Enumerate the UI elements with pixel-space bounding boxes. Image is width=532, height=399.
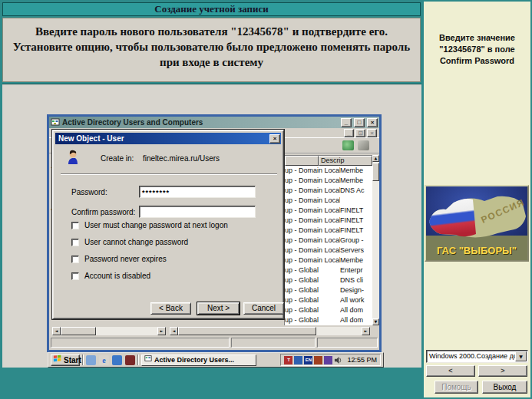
help-button: Помощь <box>435 381 478 394</box>
table-row[interactable]: up - Domain LocalFINELT <box>285 226 372 236</box>
scrollbar-thumb[interactable] <box>61 327 96 335</box>
confirm-password-label: Confirm password: <box>71 208 135 217</box>
cancel-button[interactable]: Cancel <box>243 302 284 315</box>
volume-icon[interactable] <box>334 356 342 364</box>
table-row[interactable]: up - Domain LocalGroup - <box>285 236 372 246</box>
training-app-window: Создание учетной записи Введите пароль н… <box>0 0 532 399</box>
tray-icons: ТEN <box>284 356 342 364</box>
previous-step-button[interactable]: < <box>426 365 475 377</box>
checkbox-label: Account is disabled <box>84 272 150 281</box>
group-type-cell: up - Global <box>285 305 340 315</box>
lesson-select[interactable]: Windows 2000.Создание дом ▼ <box>426 350 528 363</box>
agent-icon[interactable] <box>324 356 332 364</box>
table-row[interactable]: up - Domain LocalMembe <box>285 256 372 265</box>
window-titlebar[interactable]: Active Directory Users and Computers _ □… <box>49 117 379 128</box>
table-row[interactable]: up - Domain LocalServers <box>285 246 372 256</box>
scroll-left-icon[interactable]: ◄ <box>170 327 178 335</box>
maximize-button[interactable]: □ <box>354 118 365 127</box>
checkbox-row: User cannot change password <box>71 238 188 247</box>
child-minimize-button[interactable]: _ <box>344 129 354 137</box>
table-row[interactable]: up - GlobalDNS cli <box>285 275 372 285</box>
scroll-down-icon[interactable]: ▼ <box>372 318 379 325</box>
table-row[interactable]: up - Domain Local <box>285 196 372 206</box>
next-button[interactable]: Next > <box>197 302 240 315</box>
description-cell: All work <box>340 295 372 305</box>
description-cell: FINELT <box>340 206 372 216</box>
group-type-cell: up - Domain Local <box>285 176 340 186</box>
checkbox[interactable] <box>71 222 79 229</box>
table-row[interactable]: up - GlobalEnterpr <box>285 265 372 275</box>
active-directory-task-button[interactable]: Active Directory Users... <box>141 354 256 366</box>
status-cell <box>231 338 316 348</box>
quick-launch-area: e <box>86 355 135 365</box>
table-row[interactable]: up - Domain LocalFINELT <box>285 216 372 226</box>
table-row[interactable]: up - Domain LocalMembe <box>285 176 372 186</box>
group-type-cell: up - Domain Local <box>285 216 340 226</box>
new-object-user-dialog: New Object - User × Create in: fineltec.… <box>52 130 284 319</box>
toolbar-button-icon[interactable] <box>342 140 354 150</box>
checkbox-row: User must change password at next logon <box>71 221 228 230</box>
checkbox[interactable] <box>71 239 79 246</box>
dialog-titlebar[interactable]: New Object - User × <box>55 133 281 144</box>
group-type-cell: up - Domain Local <box>285 166 340 176</box>
type-column-header[interactable] <box>285 156 319 166</box>
child-restore-button[interactable]: ⊡ <box>355 129 365 137</box>
table-row[interactable]: up - GlobalAll work <box>285 295 372 305</box>
chevron-down-icon[interactable]: ▼ <box>515 351 527 361</box>
scrollbar-thumb[interactable] <box>178 327 316 335</box>
status-bar <box>51 338 378 348</box>
checkbox-label: User cannot change password <box>84 238 188 247</box>
minimize-button[interactable]: _ <box>341 118 352 127</box>
close-button[interactable]: × <box>367 118 378 127</box>
description-column-header[interactable]: Descrip <box>319 156 372 166</box>
keyboard-layout-icon[interactable]: EN <box>304 356 312 364</box>
taskbar-divider <box>82 354 84 365</box>
table-row[interactable]: up - Domain LocalFINELT <box>285 206 372 216</box>
exit-button[interactable]: Выход <box>482 381 527 394</box>
tree-horizontal-scrollbar[interactable]: ◄ ► <box>52 327 166 335</box>
taskbar-clock[interactable]: 12:55 PM <box>347 355 377 364</box>
checkbox[interactable] <box>71 272 79 280</box>
table-row[interactable]: up - Domain LocalMembe <box>285 166 372 176</box>
toolbar-button-icon[interactable] <box>358 140 369 150</box>
scroll-left-icon[interactable]: ◄ <box>52 327 61 335</box>
dialog-close-icon[interactable]: × <box>269 134 280 143</box>
confirm-password-input[interactable] <box>139 206 256 218</box>
table-row[interactable]: up - GlobalDesign- <box>285 285 372 295</box>
description-cell: DNS Ac <box>340 186 372 196</box>
scrollbar-thumb[interactable] <box>372 163 379 181</box>
description-cell: All dom <box>340 305 372 315</box>
scheduler-icon[interactable]: Т <box>284 356 292 364</box>
description-cell: FINELT <box>340 216 372 226</box>
password-input[interactable]: ******** <box>139 186 256 198</box>
scroll-right-icon[interactable]: ► <box>362 327 370 335</box>
network-icon[interactable] <box>294 356 302 364</box>
active-directory-window: Active Directory Users and Computers _ □… <box>47 114 382 352</box>
media-player-icon[interactable] <box>125 355 135 365</box>
scroll-up-icon[interactable]: ▲ <box>372 155 379 162</box>
back-button[interactable]: < Back <box>150 302 191 315</box>
window-title: Active Directory Users and Computers <box>62 117 339 128</box>
checkbox-label: Password never expires <box>84 255 167 264</box>
group-list-pane: Descrip up - Domain LocalMembeup - Domai… <box>284 155 372 325</box>
display-icon[interactable] <box>314 356 322 364</box>
gas-vybory-logo: РОССИЯ ГАС "ВЫБОРЫ" <box>425 185 529 262</box>
start-button[interactable]: Start <box>51 354 80 366</box>
windows-logo-icon <box>53 354 62 365</box>
list-vertical-scrollbar[interactable]: ▲ ▼ <box>372 155 379 325</box>
next-step-button[interactable]: > <box>478 365 527 377</box>
scroll-right-icon[interactable]: ► <box>157 327 166 335</box>
status-cell <box>317 338 378 348</box>
outlook-icon[interactable] <box>112 355 122 365</box>
table-row[interactable]: up - GlobalAll dom <box>285 305 372 315</box>
lesson-select-value: Windows 2000.Создание дом <box>427 351 515 362</box>
internet-explorer-icon[interactable]: e <box>99 355 109 365</box>
lesson-hint-text: Введите значение "12345678" в поле Confi… <box>428 32 527 67</box>
dialog-title: New Object - User <box>58 133 269 144</box>
show-desktop-icon[interactable] <box>86 355 96 365</box>
table-row[interactable]: up - GlobalAll dom <box>285 315 372 325</box>
checkbox[interactable] <box>71 256 79 263</box>
list-horizontal-scrollbar[interactable]: ◄ ► <box>170 327 370 335</box>
child-close-button[interactable]: × <box>367 129 377 137</box>
table-row[interactable]: up - Domain LocalDNS Ac <box>285 186 372 196</box>
